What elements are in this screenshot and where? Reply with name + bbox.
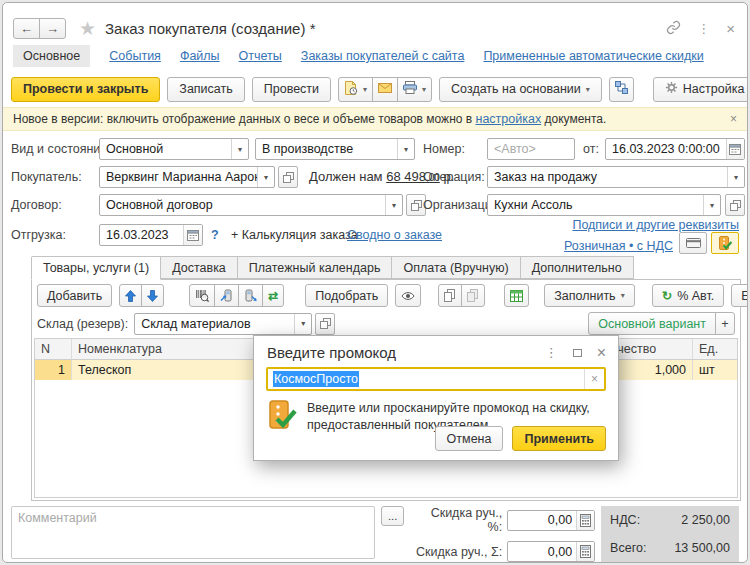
- tab-reports[interactable]: Отчеты: [239, 49, 282, 63]
- total-value: 13 500,00: [674, 541, 730, 555]
- tab-goods-services[interactable]: Товары, услуги (1): [31, 256, 161, 280]
- tab-events[interactable]: События: [109, 49, 161, 63]
- create-based-on-button[interactable]: Создать на основании▾: [439, 77, 602, 102]
- promo-code-input[interactable]: КосмосПросто ×: [266, 367, 606, 391]
- promo-code-icon[interactable]: [711, 232, 739, 254]
- chevron-down-icon[interactable]: ▾: [294, 314, 311, 334]
- fill-button[interactable]: Заполнить▾: [544, 284, 634, 307]
- kind-select[interactable]: Основной▾: [99, 138, 249, 160]
- auto-discount-button[interactable]: ↻% Авт.: [652, 284, 725, 307]
- organization-select[interactable]: Кухни Ассоль▾: [487, 194, 721, 216]
- tab-delivery[interactable]: Доставка: [161, 256, 238, 279]
- close-window-icon[interactable]: ×: [726, 21, 735, 36]
- page-title: Заказ покупателя (создание) *: [105, 20, 315, 37]
- col-unit: Ед.: [693, 339, 737, 360]
- operation-select[interactable]: Заказ на продажу▾: [487, 166, 745, 188]
- contract-label: Договор:: [11, 194, 62, 216]
- tab-payment-manual[interactable]: Оплата (Вручную): [392, 256, 520, 279]
- warehouse-select[interactable]: Склад материалов▾: [134, 313, 312, 335]
- chevron-down-icon[interactable]: ▾: [231, 139, 248, 159]
- pick-items-button[interactable]: Подобрать: [305, 284, 388, 307]
- tab-site-orders[interactable]: Заказы покупателей с сайта: [301, 49, 465, 63]
- tab-auto-discounts[interactable]: Примененные автоматические скидки: [483, 49, 703, 63]
- calculator-icon[interactable]: [576, 542, 594, 561]
- calendar-icon[interactable]: [183, 225, 202, 245]
- order-calculation-text[interactable]: + Калькуляция заказа: [231, 224, 358, 246]
- add-row-button[interactable]: Добавить: [37, 284, 112, 307]
- paste-icon[interactable]: [461, 284, 485, 307]
- discount-percent-input[interactable]: [508, 513, 576, 527]
- apply-button[interactable]: Применить: [512, 426, 606, 451]
- print-button[interactable]: ▾: [397, 77, 432, 102]
- favorite-star-icon[interactable]: ★: [79, 17, 96, 40]
- cancel-button[interactable]: Отмена: [435, 426, 504, 451]
- view-eye-icon[interactable]: [395, 284, 421, 307]
- calendar-icon[interactable]: [726, 139, 744, 159]
- document-date-field[interactable]: 16.03.2023 0:00:00: [605, 138, 745, 160]
- barcode-search-icon[interactable]: [189, 284, 215, 307]
- chevron-down-icon[interactable]: ▾: [397, 139, 414, 159]
- customer-select[interactable]: Верквинг Марианна Аароновна▾: [99, 166, 275, 188]
- comment-expand-button[interactable]: ...: [381, 506, 404, 526]
- posting-report-button[interactable]: ▾: [338, 77, 373, 102]
- open-organization-icon[interactable]: [725, 194, 745, 216]
- variant-button[interactable]: Основной вариант: [588, 312, 716, 335]
- chevron-down-icon[interactable]: ▾: [385, 195, 402, 215]
- shipment-hint-icon[interactable]: ?: [211, 224, 219, 246]
- tab-main[interactable]: Основное: [13, 45, 90, 67]
- scanner-load-icon[interactable]: [214, 284, 239, 307]
- contract-select[interactable]: Основной договор▾: [99, 194, 403, 216]
- dialog-kebab-icon[interactable]: ⋮: [545, 346, 558, 359]
- exchange-icon[interactable]: ⇄: [262, 284, 284, 307]
- state-select[interactable]: В производстве▾: [255, 138, 415, 160]
- post-button[interactable]: Провести: [252, 77, 331, 102]
- open-customer-icon[interactable]: [278, 166, 298, 188]
- app-window: ← → ★ Заказ покупателя (создание) * ⋮ × …: [2, 2, 748, 563]
- number-input[interactable]: [487, 138, 575, 160]
- tab-payment-calendar[interactable]: Платежный календарь: [238, 256, 393, 279]
- save-button[interactable]: Записать: [167, 77, 244, 102]
- notice-settings-link[interactable]: настройках: [475, 112, 541, 126]
- promo-code-dialog: Введите промокод ⋮ × КосмосПросто × Введ…: [253, 335, 619, 461]
- col-n: N: [35, 339, 72, 360]
- forward-button[interactable]: →: [39, 18, 66, 39]
- send-email-button[interactable]: [372, 77, 398, 102]
- payment-card-icon[interactable]: [679, 232, 707, 254]
- document-clock-icon: [344, 81, 358, 98]
- notice-close-icon[interactable]: ×: [730, 112, 737, 126]
- price-type-link[interactable]: Розничная • с НДС: [564, 235, 673, 257]
- section-tabs: Товары, услуги (1) Доставка Платежный ка…: [31, 256, 747, 279]
- comment-input[interactable]: [11, 506, 375, 559]
- chevron-down-icon[interactable]: ▾: [727, 167, 744, 187]
- calculator-icon[interactable]: [576, 511, 594, 530]
- move-up-button[interactable]: [119, 284, 142, 307]
- order-summary-link[interactable]: Сводно о заказе: [347, 224, 442, 246]
- manual-discounts: Скидка руч., %: Скидка руч., Σ:: [414, 506, 595, 562]
- goods-more-button[interactable]: Еще▾: [731, 284, 748, 307]
- kebab-menu-icon[interactable]: ⋮: [697, 22, 710, 35]
- discount-sum-input[interactable]: [508, 545, 576, 559]
- total-label: Всего:: [610, 541, 646, 555]
- chevron-down-icon[interactable]: ▾: [703, 195, 720, 215]
- title-bar: ← → ★ Заказ покупателя (создание) * ⋮ ×: [3, 3, 747, 45]
- related-documents-button[interactable]: [609, 77, 634, 102]
- envelope-icon: [378, 82, 392, 96]
- dialog-title: Введите промокод: [267, 344, 396, 361]
- copy-icon[interactable]: [438, 284, 462, 307]
- scanner-unload-icon[interactable]: [238, 284, 263, 307]
- open-warehouse-icon[interactable]: [315, 313, 335, 335]
- get-link-icon[interactable]: [666, 20, 681, 37]
- spreadsheet-icon[interactable]: [504, 284, 529, 307]
- settings-button[interactable]: Настройка: [653, 77, 748, 102]
- move-down-button[interactable]: [141, 284, 164, 307]
- tab-additional[interactable]: Дополнительно: [521, 256, 634, 279]
- shipment-date-field[interactable]: 16.03.2023: [99, 224, 203, 246]
- back-button[interactable]: ←: [13, 18, 40, 39]
- dialog-maximize-icon[interactable]: [573, 346, 582, 359]
- dialog-close-icon[interactable]: ×: [597, 345, 606, 361]
- tab-files[interactable]: Файлы: [180, 49, 220, 63]
- chevron-down-icon[interactable]: ▾: [257, 167, 274, 187]
- add-variant-button[interactable]: +: [715, 312, 735, 335]
- post-and-close-button[interactable]: Провести и закрыть: [11, 77, 160, 102]
- clear-input-icon[interactable]: ×: [584, 369, 604, 389]
